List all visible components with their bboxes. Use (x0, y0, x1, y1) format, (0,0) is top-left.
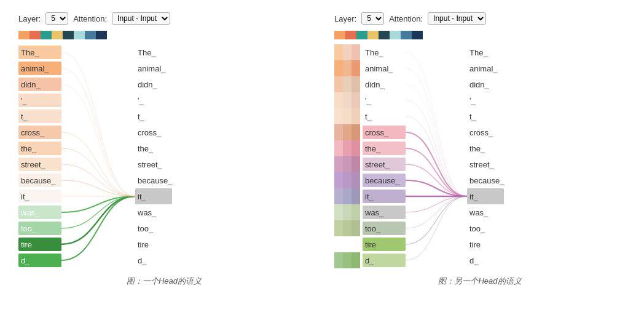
color-cell (334, 204, 343, 220)
left-word-item: t_ (363, 108, 406, 124)
diagram-inner-2: The_animal_didn_'_t_cross_the_street_bec… (334, 44, 626, 268)
color-cell (343, 236, 351, 252)
layer-select-2[interactable]: 5 (361, 12, 384, 25)
color-bar-2 (334, 31, 626, 39)
word-text: tire (365, 240, 376, 249)
color-cell (351, 236, 360, 252)
right-words-1: The_animal_didn_'_t_cross_the_street_bec… (135, 44, 172, 268)
color-swatch (356, 31, 367, 39)
word-box: it_ (363, 190, 406, 203)
left-word-item: d_ (18, 252, 61, 268)
word-box: too_ (363, 222, 406, 235)
color-cell (351, 44, 360, 60)
color-cell (334, 156, 343, 172)
word-text: was_ (365, 208, 383, 217)
left-word-item: was_ (363, 204, 406, 220)
color-cell (351, 156, 360, 172)
word-text: the_ (365, 144, 380, 153)
right-word-item: t_ (135, 108, 172, 124)
color-cell (343, 172, 351, 188)
word-box: cross_ (18, 126, 61, 139)
left-word-item: t_ (18, 108, 61, 124)
word-box: the_ (18, 142, 61, 155)
left-word-item: The_ (363, 44, 406, 60)
color-cell (351, 252, 360, 268)
left-word-item: too_ (363, 220, 406, 236)
attention-label-1: Attention: (73, 14, 107, 23)
left-word-item: didn_ (363, 76, 406, 92)
word-box: too_ (18, 222, 61, 235)
word-box: street_ (18, 158, 61, 171)
color-cell (334, 124, 343, 140)
word-text: cross_ (21, 128, 44, 137)
color-cell (351, 60, 360, 76)
color-swatch (334, 31, 345, 39)
right-word-item: tire (135, 236, 172, 252)
caption-2: 图：另一个Head的语义 (334, 276, 626, 287)
left-word-item: because_ (363, 172, 406, 188)
color-swatch (390, 31, 401, 39)
color-cell (334, 108, 343, 124)
color-cell (343, 252, 351, 268)
color-swatch (401, 31, 412, 39)
right-word-item: The_ (135, 44, 172, 60)
color-column (351, 44, 360, 268)
word-box: street_ (363, 158, 406, 171)
word-box: tire (18, 238, 61, 251)
right-word-item: the_ (135, 140, 172, 156)
color-cell (343, 76, 351, 92)
right-word-item: because_ (467, 172, 504, 188)
left-word-item: d_ (363, 252, 406, 268)
right-word-item: t_ (467, 108, 504, 124)
color-swatch (74, 31, 85, 39)
color-swatch (63, 31, 74, 39)
right-word-item: '_ (135, 92, 172, 108)
left-word-item: street_ (363, 156, 406, 172)
word-text: it_ (21, 192, 29, 201)
right-word-item: animal_ (135, 60, 172, 76)
word-text: '_ (21, 96, 27, 105)
diagram-2: Layer: 5 Attention: Input - Input The_an… (334, 12, 626, 287)
layer-select-1[interactable]: 5 (45, 12, 68, 25)
color-cell (351, 140, 360, 156)
color-cell (343, 92, 351, 108)
color-cell (334, 92, 343, 108)
color-cell (351, 92, 360, 108)
word-box: the_ (363, 142, 406, 155)
color-cell (334, 220, 343, 236)
color-cell (343, 44, 351, 60)
word-box: animal_ (18, 62, 61, 75)
left-word-item: tire (363, 236, 406, 252)
word-box: t_ (363, 110, 406, 123)
color-cell (334, 60, 343, 76)
color-cell (351, 204, 360, 220)
right-word-item: too_ (467, 220, 504, 236)
attention-select-2[interactable]: Input - Input (428, 12, 486, 25)
word-text: animal_ (21, 64, 49, 73)
left-word-item: animal_ (363, 60, 406, 76)
word-text: was_ (21, 208, 39, 217)
attention-select-1[interactable]: Input - Input (112, 12, 170, 25)
controls-1: Layer: 5 Attention: Input - Input (18, 12, 310, 25)
left-word-item: tire (18, 236, 61, 252)
left-word-item: didn_ (18, 76, 61, 92)
word-box: animal_ (363, 62, 406, 75)
color-cell (334, 252, 343, 268)
caption-1: 图：一个Head的语义 (18, 276, 310, 287)
word-box: '_ (18, 94, 61, 107)
color-swatch (96, 31, 107, 39)
color-swatch (29, 31, 41, 39)
right-word-item: street_ (467, 156, 504, 172)
color-cell (343, 140, 351, 156)
right-word-item: tire (467, 236, 504, 252)
left-color-bars-2 (334, 44, 360, 268)
layer-label-2: Layer: (334, 14, 356, 23)
left-word-item: street_ (18, 156, 61, 172)
word-text: it_ (365, 192, 374, 201)
left-word-item: animal_ (18, 60, 61, 76)
color-cell (334, 188, 343, 204)
left-word-item: the_ (363, 140, 406, 156)
word-text: too_ (21, 224, 36, 233)
word-text: animal_ (365, 64, 393, 73)
word-text: the_ (21, 144, 36, 153)
